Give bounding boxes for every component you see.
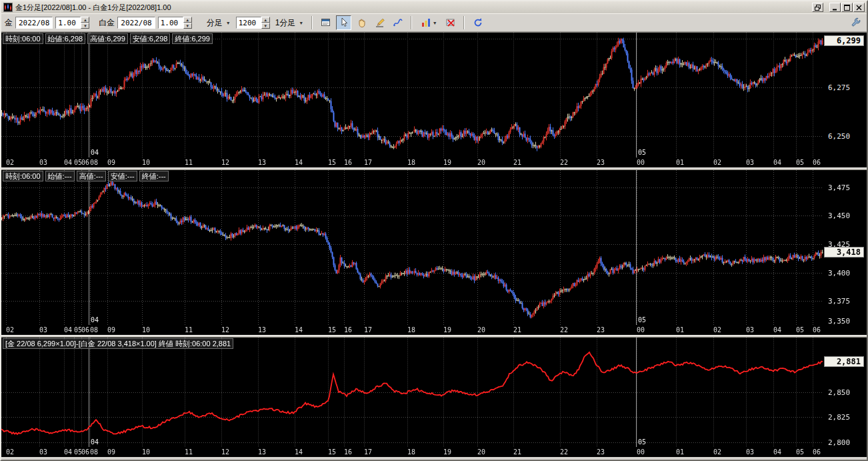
app-window: 金1分足[2022/08]1.00 - 白金1分足[2022/08]1.00 金… [0,0,868,461]
time-label: 03 [746,448,754,456]
platinum-plot: 時刻:06:00始値:---高値:---安値:---終値:--- 0405 [1,170,823,325]
spread-plot: [金 22/08 6,299×1.00]-[白金 22/08 3,418×1.0… [1,338,823,447]
platinum-multiplier-up-button[interactable]: ▲ [183,17,192,23]
gold-month-field[interactable]: 2022/08 [15,17,53,29]
toolbar-separator [411,16,412,29]
spread-formula-label: [金 22/08 6,299×1.00]-[白金 22/08 3,418×1.0… [3,338,233,349]
platinum-label: 白金 [99,17,115,29]
info-field: 終値:--- [139,171,169,181]
gold-candlestick-canvas[interactable] [1,33,823,157]
time-label: 06 [81,326,89,334]
select-cursor-tool-button[interactable] [336,15,351,30]
info-window-tool-button[interactable] [318,15,333,30]
spread-line-canvas[interactable] [1,338,823,447]
platinum-price-axis[interactable]: 3,4753,4503,4253,4003,3753,3503,418 [823,170,867,325]
gold-multiplier-input[interactable]: 1.00 [55,17,81,29]
freehand-draw-tool-button[interactable] [390,15,405,30]
reload-tool-button[interactable] [470,15,485,30]
toolbar: 金 2022/08 1.00 ▲ ▼ 白金 2022/08 1.00 ▲ ▼ 分… [1,13,867,32]
time-label: 15 [328,448,336,456]
time-label: 03 [746,326,754,334]
hand-pan-tool-button[interactable] [354,15,369,30]
time-label: 11 [185,159,193,166]
app-icon [3,3,13,12]
time-label: 06 [813,326,821,334]
gold-time-axis[interactable]: 0203040506080910111213141516171819202122… [1,157,867,167]
gold-price-axis[interactable]: 6,3006,2756,2506,299 [823,33,867,157]
price-tick-label: 3,375 [828,297,850,306]
time-label: 23 [597,159,605,166]
minimize-button[interactable] [829,3,841,12]
time-label: 03 [746,159,754,166]
toolbar-separator [463,16,465,29]
platinum-multiplier-input[interactable]: 1.00 [158,17,183,29]
platinum-multiplier-spinner: 1.00 ▲ ▼ [158,17,192,29]
chart-style-dropdown-button[interactable]: ▼ [417,15,440,30]
price-tick-label: 6,250 [828,132,850,141]
close-button[interactable] [853,3,865,12]
platinum-candlestick-canvas[interactable] [1,170,823,325]
info-field: 安値:6,298 [130,33,171,44]
time-label: 21 [513,448,521,456]
platinum-time-axis[interactable]: 0203040506080910111213141516171819202122… [1,325,867,335]
pencil-icon [375,17,385,28]
price-tick-label: 3,450 [828,211,850,220]
time-label: 12 [221,159,229,166]
time-label: 02 [713,326,721,334]
caret-down-icon: ▼ [433,21,437,25]
date-marker-label: 05 [638,316,646,324]
period-dropdown[interactable]: 1分足 ▼ [273,16,307,30]
restore-window-icon [815,5,821,11]
time-label: 08 [90,448,98,456]
bar-count-down-button[interactable]: ▼ [261,23,270,29]
chart-area: 時刻:06:00始値:6,298高値:6,299安値:6,298終値:6,299… [1,32,867,456]
gold-plot: 時刻:06:00始値:6,298高値:6,299安値:6,298終値:6,299… [1,33,823,157]
time-label: 02 [713,448,721,456]
window-title: 金1分足[2022/08]1.00 - 白金1分足[2022/08]1.00 [15,3,808,13]
time-label: 09 [107,159,115,166]
gold-multiplier-up-button[interactable]: ▲ [81,17,89,23]
time-label: 04 [64,159,72,166]
time-label: 16 [344,326,352,334]
pencil-draw-tool-button[interactable] [372,15,387,30]
time-label: 15 [328,159,336,166]
platinum-multiplier-down-button[interactable]: ▼ [183,23,192,29]
time-label: 06 [81,448,89,456]
float-window-button[interactable] [812,3,823,12]
price-tick-label: 2,800 [828,438,850,447]
info-field: 安値:--- [108,171,137,181]
time-label: 04 [773,159,781,166]
delete-drawings-tool-button[interactable] [443,15,458,30]
time-label: 10 [142,159,150,166]
time-label: 03 [39,326,47,334]
time-label: 16 [344,448,352,456]
settings-wrench-button[interactable] [848,15,863,30]
time-label: 14 [295,448,303,456]
spread-time-axis[interactable]: 0203040506080910111213141516171819202122… [1,447,867,457]
time-label: 23 [597,448,605,456]
time-label: 21 [513,326,521,334]
time-label: 06 [81,159,89,166]
gold-multiplier-down-button[interactable]: ▼ [81,23,89,29]
time-label: 05 [796,448,804,456]
interval-dropdown[interactable]: 分足 ▼ [204,16,233,30]
time-label: 02 [6,448,14,456]
maximize-icon [844,5,850,11]
bar-count-spinner: 1200 ▲ ▼ [236,17,270,29]
spin-up-icon: ▲ [83,18,87,22]
time-label: 22 [560,159,568,166]
gold-info-line: 時刻:06:00始値:6,298高値:6,299安値:6,298終値:6,299 [3,33,213,44]
titlebar[interactable]: 金1分足[2022/08]1.00 - 白金1分足[2022/08]1.00 [1,1,867,13]
bar-count-input[interactable]: 1200 [236,17,261,29]
platinum-month-field[interactable]: 2022/08 [117,17,155,29]
time-label: 02 [713,159,721,166]
spread-price-axis[interactable]: 2,8502,8252,8002,881 [823,338,867,447]
bar-count-up-button[interactable]: ▲ [261,17,270,23]
last-price-box: 2,881 [824,356,864,367]
time-label: 09 [107,326,115,334]
maximize-button[interactable] [841,3,853,12]
wrench-icon [851,17,861,28]
time-label: 03 [39,448,47,456]
info-field: 時刻:06:00 [3,171,43,181]
time-label: 12 [221,326,229,334]
